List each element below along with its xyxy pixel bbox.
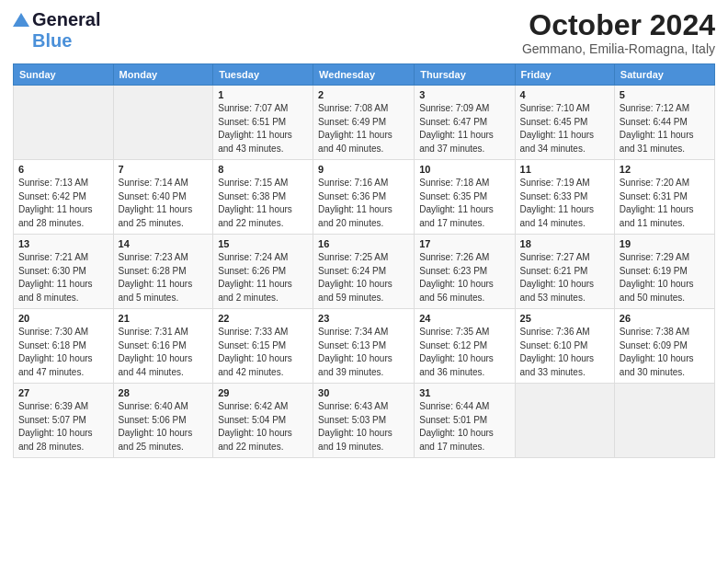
day-detail: Sunrise: 7:07 AMSunset: 6:51 PMDaylight:… xyxy=(218,102,308,155)
day-detail: Sunrise: 6:40 AMSunset: 5:06 PMDaylight:… xyxy=(119,400,209,454)
day-number: 28 xyxy=(119,387,209,398)
day-detail: Sunrise: 7:16 AMSunset: 6:36 PMDaylight:… xyxy=(318,177,409,230)
calendar-cell: 24Sunrise: 7:35 AMSunset: 6:12 PMDayligh… xyxy=(415,309,515,384)
calendar-week-row: 6Sunrise: 7:13 AMSunset: 6:42 PMDaylight… xyxy=(14,160,715,235)
calendar-cell: 21Sunrise: 7:31 AMSunset: 6:16 PMDayligh… xyxy=(113,309,213,384)
calendar-day-header: Sunday xyxy=(14,64,114,86)
calendar-cell xyxy=(614,384,714,458)
calendar-day-header: Tuesday xyxy=(213,64,313,86)
calendar-cell: 7Sunrise: 7:14 AMSunset: 6:40 PMDaylight… xyxy=(113,160,213,235)
calendar-cell: 16Sunrise: 7:25 AMSunset: 6:24 PMDayligh… xyxy=(313,235,415,309)
calendar-week-row: 20Sunrise: 7:30 AMSunset: 6:18 PMDayligh… xyxy=(14,309,715,384)
calendar-week-row: 1Sunrise: 7:07 AMSunset: 6:51 PMDaylight… xyxy=(14,86,715,160)
calendar-cell: 11Sunrise: 7:19 AMSunset: 6:33 PMDayligh… xyxy=(515,160,614,235)
day-detail: Sunrise: 6:44 AMSunset: 5:01 PMDaylight:… xyxy=(419,400,509,454)
calendar-cell: 30Sunrise: 6:43 AMSunset: 5:03 PMDayligh… xyxy=(313,384,415,458)
day-number: 19 xyxy=(620,238,710,249)
calendar-cell xyxy=(515,384,614,458)
calendar-cell: 20Sunrise: 7:30 AMSunset: 6:18 PMDayligh… xyxy=(14,309,114,384)
day-detail: Sunrise: 7:08 AMSunset: 6:49 PMDaylight:… xyxy=(318,102,409,155)
day-detail: Sunrise: 7:27 AMSunset: 6:21 PMDaylight:… xyxy=(520,251,609,304)
day-detail: Sunrise: 7:09 AMSunset: 6:47 PMDaylight:… xyxy=(419,102,509,155)
logo-text-general: General xyxy=(32,9,100,30)
day-detail: Sunrise: 7:25 AMSunset: 6:24 PMDaylight:… xyxy=(318,251,409,304)
logo-triangle-icon xyxy=(13,13,29,27)
day-detail: Sunrise: 6:43 AMSunset: 5:03 PMDaylight:… xyxy=(318,400,409,454)
day-detail: Sunrise: 7:35 AMSunset: 6:12 PMDaylight:… xyxy=(419,326,509,379)
calendar-cell xyxy=(14,86,114,160)
day-detail: Sunrise: 7:33 AMSunset: 6:15 PMDaylight:… xyxy=(218,326,308,379)
calendar-cell: 18Sunrise: 7:27 AMSunset: 6:21 PMDayligh… xyxy=(515,235,614,309)
location: Gemmano, Emilia-Romagna, Italy xyxy=(522,41,715,56)
day-number: 6 xyxy=(18,164,108,175)
calendar-cell: 15Sunrise: 7:24 AMSunset: 6:26 PMDayligh… xyxy=(213,235,313,309)
calendar-cell: 29Sunrise: 6:42 AMSunset: 5:04 PMDayligh… xyxy=(213,384,313,458)
day-detail: Sunrise: 7:10 AMSunset: 6:45 PMDaylight:… xyxy=(520,102,609,155)
day-number: 3 xyxy=(419,89,509,100)
title-block: October 2024 Gemmano, Emilia-Romagna, It… xyxy=(522,9,715,56)
day-detail: Sunrise: 7:15 AMSunset: 6:38 PMDaylight:… xyxy=(218,177,308,230)
calendar: SundayMondayTuesdayWednesdayThursdayFrid… xyxy=(13,63,715,458)
day-number: 17 xyxy=(419,238,509,249)
day-detail: Sunrise: 7:31 AMSunset: 6:16 PMDaylight:… xyxy=(119,326,209,379)
header: General Blue October 2024 Gemmano, Emili… xyxy=(13,9,715,56)
logo-text-blue: Blue xyxy=(32,30,72,52)
calendar-cell: 25Sunrise: 7:36 AMSunset: 6:10 PMDayligh… xyxy=(515,309,614,384)
calendar-cell: 10Sunrise: 7:18 AMSunset: 6:35 PMDayligh… xyxy=(415,160,515,235)
day-number: 9 xyxy=(318,164,409,175)
day-number: 1 xyxy=(218,89,308,100)
calendar-cell: 19Sunrise: 7:29 AMSunset: 6:19 PMDayligh… xyxy=(614,235,714,309)
calendar-day-header: Monday xyxy=(113,64,213,86)
calendar-header-row: SundayMondayTuesdayWednesdayThursdayFrid… xyxy=(14,64,715,86)
calendar-cell: 2Sunrise: 7:08 AMSunset: 6:49 PMDaylight… xyxy=(313,86,415,160)
day-detail: Sunrise: 7:13 AMSunset: 6:42 PMDaylight:… xyxy=(18,177,108,230)
calendar-cell: 5Sunrise: 7:12 AMSunset: 6:44 PMDaylight… xyxy=(614,86,714,160)
day-detail: Sunrise: 7:23 AMSunset: 6:28 PMDaylight:… xyxy=(119,251,209,304)
day-detail: Sunrise: 7:36 AMSunset: 6:10 PMDaylight:… xyxy=(520,326,609,379)
day-detail: Sunrise: 7:29 AMSunset: 6:19 PMDaylight:… xyxy=(620,251,710,304)
calendar-cell: 23Sunrise: 7:34 AMSunset: 6:13 PMDayligh… xyxy=(313,309,415,384)
day-detail: Sunrise: 7:20 AMSunset: 6:31 PMDaylight:… xyxy=(620,177,710,230)
day-detail: Sunrise: 7:12 AMSunset: 6:44 PMDaylight:… xyxy=(620,102,710,155)
calendar-day-header: Friday xyxy=(515,64,614,86)
day-number: 16 xyxy=(318,238,409,249)
day-detail: Sunrise: 6:42 AMSunset: 5:04 PMDaylight:… xyxy=(218,400,308,454)
month-title: October 2024 xyxy=(522,9,715,41)
calendar-cell: 26Sunrise: 7:38 AMSunset: 6:09 PMDayligh… xyxy=(614,309,714,384)
logo: General Blue xyxy=(13,9,100,52)
calendar-cell: 8Sunrise: 7:15 AMSunset: 6:38 PMDaylight… xyxy=(213,160,313,235)
day-number: 22 xyxy=(218,313,308,324)
calendar-cell: 28Sunrise: 6:40 AMSunset: 5:06 PMDayligh… xyxy=(113,384,213,458)
day-number: 15 xyxy=(218,238,308,249)
day-number: 18 xyxy=(520,238,609,249)
day-detail: Sunrise: 7:18 AMSunset: 6:35 PMDaylight:… xyxy=(419,177,509,230)
page-container: General Blue October 2024 Gemmano, Emili… xyxy=(0,0,728,465)
calendar-cell: 4Sunrise: 7:10 AMSunset: 6:45 PMDaylight… xyxy=(515,86,614,160)
calendar-week-row: 27Sunrise: 6:39 AMSunset: 5:07 PMDayligh… xyxy=(14,384,715,458)
day-detail: Sunrise: 7:19 AMSunset: 6:33 PMDaylight:… xyxy=(520,177,609,230)
calendar-cell xyxy=(113,86,213,160)
calendar-week-row: 13Sunrise: 7:21 AMSunset: 6:30 PMDayligh… xyxy=(14,235,715,309)
day-number: 4 xyxy=(520,89,609,100)
day-number: 27 xyxy=(18,387,108,398)
day-detail: Sunrise: 6:39 AMSunset: 5:07 PMDaylight:… xyxy=(18,400,108,454)
calendar-day-header: Wednesday xyxy=(313,64,415,86)
calendar-day-header: Thursday xyxy=(415,64,515,86)
day-number: 13 xyxy=(18,238,108,249)
day-number: 14 xyxy=(119,238,209,249)
day-number: 29 xyxy=(218,387,308,398)
calendar-cell: 22Sunrise: 7:33 AMSunset: 6:15 PMDayligh… xyxy=(213,309,313,384)
calendar-cell: 6Sunrise: 7:13 AMSunset: 6:42 PMDaylight… xyxy=(14,160,114,235)
day-number: 12 xyxy=(620,164,710,175)
calendar-cell: 27Sunrise: 6:39 AMSunset: 5:07 PMDayligh… xyxy=(14,384,114,458)
day-number: 23 xyxy=(318,313,409,324)
calendar-cell: 9Sunrise: 7:16 AMSunset: 6:36 PMDaylight… xyxy=(313,160,415,235)
day-number: 20 xyxy=(18,313,108,324)
day-number: 2 xyxy=(318,89,409,100)
day-number: 30 xyxy=(318,387,409,398)
day-number: 25 xyxy=(520,313,609,324)
day-number: 26 xyxy=(620,313,710,324)
calendar-cell: 1Sunrise: 7:07 AMSunset: 6:51 PMDaylight… xyxy=(213,86,313,160)
day-detail: Sunrise: 7:38 AMSunset: 6:09 PMDaylight:… xyxy=(620,326,710,379)
calendar-cell: 3Sunrise: 7:09 AMSunset: 6:47 PMDaylight… xyxy=(415,86,515,160)
